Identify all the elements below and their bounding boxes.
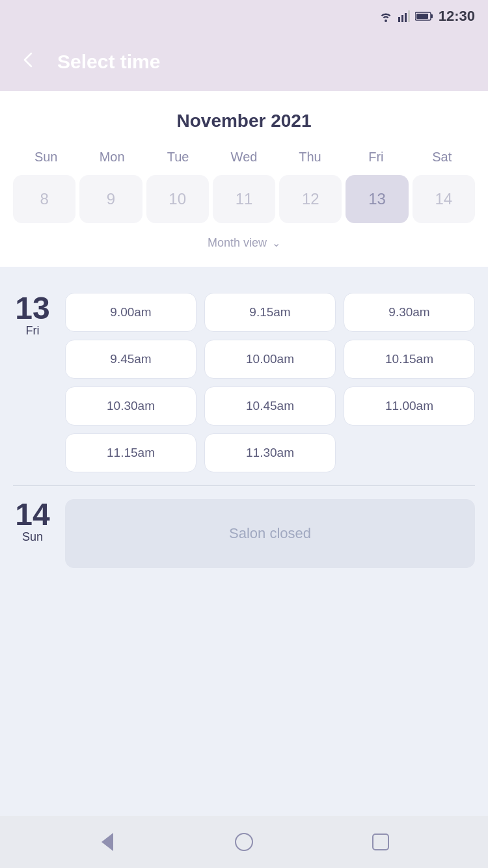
cal-day-13[interactable]: 13 <box>346 175 408 223</box>
time-slot-1045[interactable]: 10.45am <box>204 387 336 426</box>
battery-icon <box>415 11 433 21</box>
calendar-section: November 2021 Sun Mon Tue Wed Thu Fri Sa… <box>0 91 488 267</box>
svg-rect-1 <box>401 15 403 22</box>
recent-square-icon <box>372 834 389 850</box>
back-button[interactable] <box>20 51 38 74</box>
day-header-thu: Thu <box>277 147 343 167</box>
home-circle-icon <box>235 833 253 851</box>
time-slot-1115[interactable]: 11.15am <box>65 433 197 472</box>
time-slot-1000[interactable]: 10.00am <box>204 340 336 379</box>
day-name-14: Sun <box>22 530 43 544</box>
day-label-13: 13 Fri <box>13 293 52 338</box>
day-block-14: 14 Sun Salon closed <box>13 485 475 581</box>
day-block-13: 13 Fri 9.00am 9.15am 9.30am 9.45am 10.00… <box>13 280 475 485</box>
day-header-sun: Sun <box>13 147 79 167</box>
time-slot-1130[interactable]: 11.30am <box>204 433 336 472</box>
day-header-wed: Wed <box>211 147 277 167</box>
nav-recent-button[interactable] <box>366 828 395 856</box>
cal-day-11[interactable]: 11 <box>213 175 275 223</box>
time-slot-930[interactable]: 9.30am <box>344 293 475 332</box>
month-view-label: Month view <box>208 236 267 250</box>
svg-rect-5 <box>431 14 433 18</box>
month-title: November 2021 <box>13 111 475 131</box>
cal-day-8[interactable]: 8 <box>13 175 75 223</box>
svg-rect-2 <box>405 13 407 22</box>
time-section: 13 Fri 9.00am 9.15am 9.30am 9.45am 10.00… <box>0 267 488 816</box>
cal-day-14[interactable]: 14 <box>413 175 475 223</box>
salon-closed-label: Salon closed <box>65 499 475 568</box>
time-slot-900[interactable]: 9.00am <box>65 293 197 332</box>
chevron-down-icon: ⌄ <box>272 237 280 249</box>
day-label-14: 14 Sun <box>13 499 52 544</box>
day-header-fri: Fri <box>343 147 409 167</box>
cal-day-10[interactable]: 10 <box>146 175 209 223</box>
day-number-13: 13 <box>15 293 49 324</box>
svg-rect-0 <box>398 17 400 22</box>
time-slot-1030[interactable]: 10.30am <box>65 387 197 426</box>
time-slot-1100[interactable]: 11.00am <box>344 387 475 426</box>
day-number-14: 14 <box>15 499 49 530</box>
header: Select time <box>0 33 488 91</box>
signal-icon <box>398 10 410 22</box>
wifi-icon <box>379 10 393 22</box>
status-bar: 12:30 <box>0 0 488 33</box>
day-header-tue: Tue <box>145 147 211 167</box>
time-slot-1015[interactable]: 10.15am <box>344 340 475 379</box>
month-view-toggle[interactable]: Month view ⌄ <box>13 231 475 260</box>
time-slot-915[interactable]: 9.15am <box>204 293 336 332</box>
day-header-sat: Sat <box>409 147 475 167</box>
day-name-13: Fri <box>26 324 40 338</box>
status-time: 12:30 <box>439 8 475 25</box>
cal-day-9[interactable]: 9 <box>79 175 142 223</box>
time-grid-13: 9.00am 9.15am 9.30am 9.45am 10.00am 10.1… <box>65 293 475 472</box>
svg-rect-6 <box>416 14 428 19</box>
time-slot-945[interactable]: 9.45am <box>65 340 197 379</box>
nav-back-button[interactable] <box>93 828 122 856</box>
page-title: Select time <box>57 51 160 73</box>
bottom-nav <box>0 816 488 868</box>
status-icons <box>379 10 433 22</box>
svg-rect-3 <box>408 10 410 22</box>
cal-day-12[interactable]: 12 <box>279 175 342 223</box>
day-header-mon: Mon <box>79 147 144 167</box>
nav-home-button[interactable] <box>230 828 258 856</box>
calendar-week-row: 8 9 10 11 12 13 14 <box>13 175 475 223</box>
back-triangle-icon <box>102 833 113 851</box>
day-headers: Sun Mon Tue Wed Thu Fri Sat <box>13 147 475 167</box>
